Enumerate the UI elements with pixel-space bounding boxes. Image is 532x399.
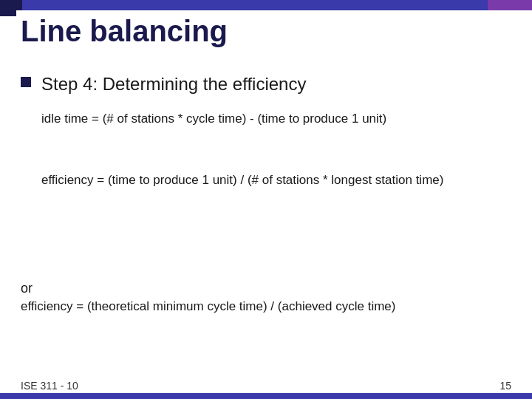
- or-formula: efficiency = (theoretical minimum cycle …: [21, 299, 396, 314]
- top-bar-blue-segment: [22, 0, 488, 10]
- slide-title: Line balancing: [21, 15, 228, 48]
- content-area: Step 4: Determining the efficiency idle …: [21, 74, 511, 188]
- or-section: or efficiency = (theoretical minimum cyc…: [21, 281, 396, 314]
- formulas-block: idle time = (# of stations * cycle time)…: [41, 109, 511, 188]
- footer: ISE 311 - 10 15: [21, 380, 511, 392]
- top-decorative-bar: [0, 0, 532, 10]
- footer-page-number: 15: [499, 380, 511, 392]
- formula-line-1: idle time = (# of stations * cycle time)…: [41, 109, 511, 129]
- top-bar-purple-segment: [488, 0, 532, 10]
- step-heading: Step 4: Determining the efficiency: [21, 74, 511, 95]
- formula-line-2: efficiency = (time to produce 1 unit) / …: [41, 173, 511, 188]
- corner-decoration: [0, 0, 16, 16]
- step-heading-text: Step 4: Determining the efficiency: [41, 74, 306, 95]
- bullet-icon: [21, 77, 31, 87]
- footer-course-label: ISE 311 - 10: [21, 380, 78, 392]
- title-area: Line balancing: [21, 15, 228, 48]
- bottom-decorative-bar: [0, 393, 532, 399]
- or-label: or: [21, 281, 396, 296]
